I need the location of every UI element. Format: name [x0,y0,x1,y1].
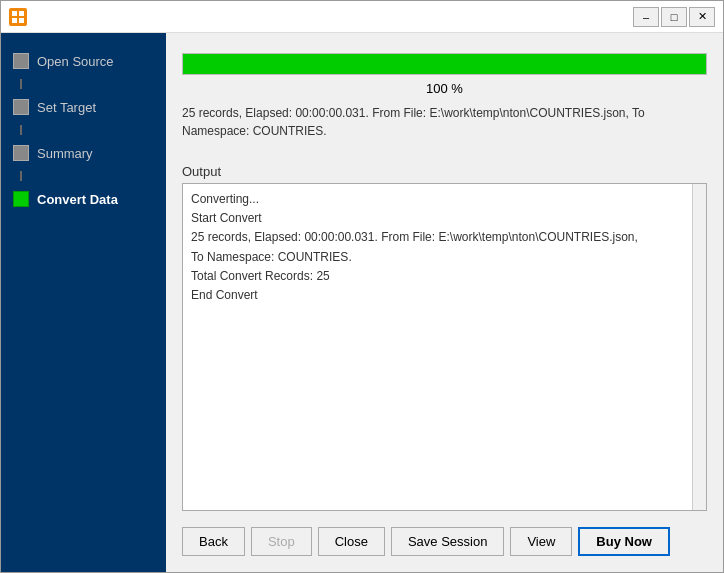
sidebar-item-convert-data[interactable]: Convert Data [1,181,166,217]
view-button[interactable]: View [510,527,572,556]
status-text: 25 records, Elapsed: 00:00:00.031. From … [182,104,707,140]
output-box[interactable]: Converting... Start Convert 25 records, … [182,183,707,511]
progress-percent: 100 % [182,81,707,96]
output-line-4: To Namespace: COUNTRIES. [191,248,682,267]
footer-buttons: Back Stop Close Save Session View Buy No… [182,519,707,560]
open-source-label: Open Source [37,54,114,69]
minimize-button[interactable]: – [633,7,659,27]
convert-data-label: Convert Data [37,192,118,207]
output-text: Converting... Start Convert 25 records, … [191,190,698,305]
output-section: Output Converting... Start Convert 25 re… [182,164,707,511]
back-button[interactable]: Back [182,527,245,556]
scrollbar[interactable] [692,184,706,510]
set-target-label: Set Target [37,100,96,115]
close-button[interactable]: ✕ [689,7,715,27]
svg-rect-1 [12,11,17,16]
open-source-icon [13,53,29,69]
right-panel: 100 % 25 records, Elapsed: 00:00:00.031.… [166,33,723,572]
sidebar-item-set-target[interactable]: Set Target [1,89,166,125]
stop-button[interactable]: Stop [251,527,312,556]
app-icon [9,8,27,26]
progress-bar-container [182,53,707,75]
main-window: – □ ✕ Open Source Set Target Summary [0,0,724,573]
summary-icon [13,145,29,161]
status-line2: Namespace: COUNTRIES. [182,124,327,138]
title-bar: – □ ✕ [1,1,723,33]
output-line-6: End Convert [191,286,682,305]
output-line-2: Start Convert [191,209,682,228]
connector-line-2 [20,125,22,135]
sidebar-item-open-source[interactable]: Open Source [1,43,166,79]
sidebar-item-summary[interactable]: Summary [1,135,166,171]
progress-area: 100 % 25 records, Elapsed: 00:00:00.031.… [182,45,707,156]
maximize-button[interactable]: □ [661,7,687,27]
close-button-footer[interactable]: Close [318,527,385,556]
summary-label: Summary [37,146,93,161]
connector-line-1 [20,79,22,89]
title-bar-controls: – □ ✕ [633,7,715,27]
main-content: Open Source Set Target Summary Convert D… [1,33,723,572]
svg-rect-4 [19,18,24,23]
output-line-5: Total Convert Records: 25 [191,267,682,286]
progress-bar-fill [183,54,706,74]
output-line-1: Converting... [191,190,682,209]
title-bar-left [9,8,27,26]
set-target-icon [13,99,29,115]
svg-rect-0 [9,8,27,26]
output-line-3: 25 records, Elapsed: 00:00:00.031. From … [191,228,682,247]
buy-now-button[interactable]: Buy Now [578,527,670,556]
convert-data-icon [13,191,29,207]
output-label: Output [182,164,707,179]
sidebar: Open Source Set Target Summary Convert D… [1,33,166,572]
connector-line-3 [20,171,22,181]
svg-rect-3 [12,18,17,23]
save-session-button[interactable]: Save Session [391,527,505,556]
status-line1: 25 records, Elapsed: 00:00:00.031. From … [182,106,645,120]
svg-rect-2 [19,11,24,16]
